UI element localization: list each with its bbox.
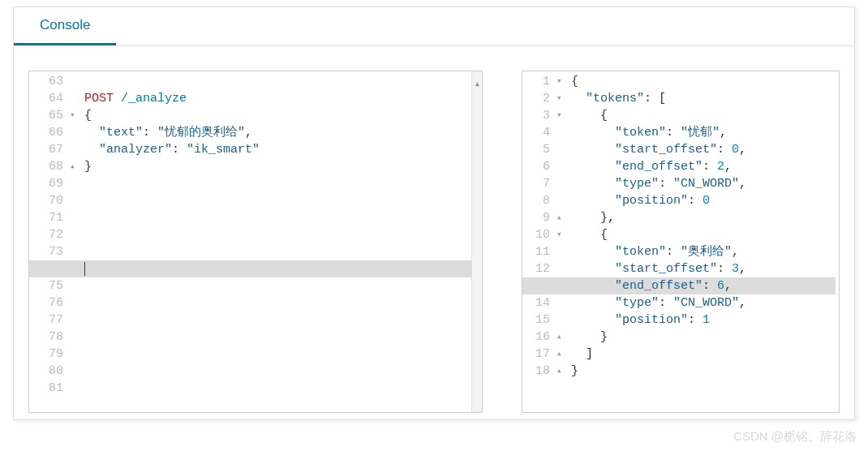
code-area-left[interactable]: POST /_analyze{ "text": "忧郁的奥利给", "analy…: [81, 71, 482, 412]
fold-gutter-left[interactable]: ▾▴: [70, 71, 81, 412]
code-area-right: { "tokens": [ { "token": "忧郁", "start_of…: [568, 71, 839, 412]
fold-gutter-right[interactable]: ▾▾▾▴▾▴▴▴: [556, 71, 568, 412]
watermark: CSDN @栀铭、辞花洛: [733, 429, 857, 445]
scrollbar-left[interactable]: ▴: [471, 71, 482, 412]
line-gutter-right: 123456789101112131415161718: [522, 71, 556, 412]
response-viewer[interactable]: 123456789101112131415161718 ▾▾▾▴▾▴▴▴ { "…: [522, 71, 840, 413]
request-editor[interactable]: 63646566676869707172737475767778798081 ▾…: [28, 71, 483, 413]
line-gutter-left: 63646566676869707172737475767778798081: [29, 71, 70, 412]
panels: 63646566676869707172737475767778798081 ▾…: [14, 46, 854, 419]
scroll-up-icon[interactable]: ▴: [475, 78, 480, 90]
tab-bar: Console: [14, 7, 854, 46]
devtools-container: Console 63646566676869707172737475767778…: [13, 6, 855, 420]
tab-console[interactable]: Console: [14, 7, 116, 45]
